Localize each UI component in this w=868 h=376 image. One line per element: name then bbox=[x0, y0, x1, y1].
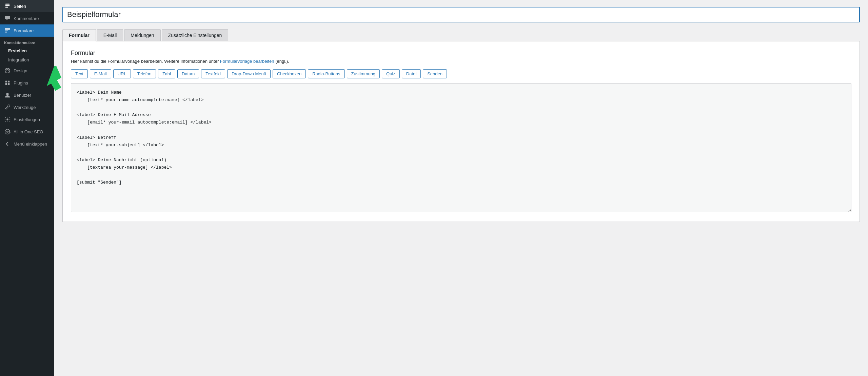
tag-button-textfeld[interactable]: Textfeld bbox=[201, 69, 225, 78]
tag-button-zahl[interactable]: Zahl bbox=[158, 69, 175, 78]
tab-email[interactable]: E-Mail bbox=[97, 29, 123, 41]
sidebar-item-formulare[interactable]: Formulare bbox=[0, 24, 54, 37]
svg-rect-5 bbox=[5, 31, 8, 31]
svg-point-12 bbox=[6, 93, 8, 95]
page-title-input[interactable] bbox=[62, 7, 860, 22]
tag-button-datum[interactable]: Datum bbox=[177, 69, 199, 78]
seo-icon: SEO bbox=[4, 128, 11, 135]
sidebar-item-werkzeuge[interactable]: Werkzeuge bbox=[0, 101, 54, 113]
sidebar-item-design[interactable]: Design bbox=[0, 64, 54, 77]
sidebar-label-formulare: Formulare bbox=[14, 28, 34, 33]
sidebar-label-plugins: Plugins bbox=[14, 80, 28, 86]
svg-rect-1 bbox=[5, 5, 10, 6]
tag-button-senden[interactable]: Senden bbox=[423, 69, 447, 78]
tag-button-telefon[interactable]: Telefon bbox=[133, 69, 156, 78]
svg-rect-8 bbox=[5, 81, 7, 82]
code-editor[interactable] bbox=[71, 83, 851, 212]
svg-point-13 bbox=[6, 118, 8, 120]
sidebar-item-allinoneseo[interactable]: SEO All in One SEO bbox=[0, 126, 54, 138]
sidebar: Seiten Kommentare Formulare Kontaktformu… bbox=[0, 0, 54, 376]
tag-button-radio-buttons[interactable]: Radio-Buttons bbox=[308, 69, 344, 78]
tag-button-quiz[interactable]: Quiz bbox=[382, 69, 400, 78]
settings-icon bbox=[4, 116, 11, 123]
tag-button-drop-down-men-[interactable]: Drop-Down Menü bbox=[227, 69, 271, 78]
sidebar-sub-erstellen[interactable]: Erstellen bbox=[0, 46, 54, 55]
tab-formular[interactable]: Formular bbox=[62, 29, 96, 41]
form-panel-description: Hier kannst du die Formularvorlage bearb… bbox=[71, 59, 851, 64]
svg-rect-3 bbox=[5, 28, 10, 29]
tag-button-url[interactable]: URL bbox=[113, 69, 131, 78]
form-desc-link[interactable]: Formularvorlage bearbeiten bbox=[220, 59, 274, 64]
design-icon bbox=[4, 67, 11, 74]
tag-button-datei[interactable]: Datei bbox=[402, 69, 421, 78]
comments-icon bbox=[4, 15, 11, 22]
pages-icon bbox=[4, 3, 11, 10]
tab-meldungen[interactable]: Meldungen bbox=[124, 29, 160, 41]
svg-rect-2 bbox=[5, 7, 8, 8]
tag-button-e-mail[interactable]: E-Mail bbox=[90, 69, 111, 78]
sidebar-label-menue: Menü einklappen bbox=[14, 142, 47, 147]
form-panel-title: Formular bbox=[71, 50, 851, 57]
svg-rect-9 bbox=[8, 81, 9, 82]
tools-icon bbox=[4, 104, 11, 111]
tabs-row: Formular E-Mail Meldungen Zusätzliche Ei… bbox=[62, 29, 860, 41]
plugins-icon bbox=[4, 79, 11, 86]
forms-icon bbox=[4, 27, 11, 34]
form-desc-suffix: (engl.). bbox=[274, 59, 289, 64]
tab-zusaetzlich[interactable]: Zusätzliche Einstellungen bbox=[162, 29, 229, 41]
user-icon bbox=[4, 92, 11, 98]
form-desc-prefix: Hier kannst du die Formularvorlage bearb… bbox=[71, 59, 220, 64]
tag-button-checkboxen[interactable]: Checkboxen bbox=[273, 69, 306, 78]
sidebar-section-kontakt: Kontaktformulare bbox=[0, 37, 54, 46]
sidebar-label-benutzer: Benutzer bbox=[14, 93, 31, 98]
sidebar-sub-integration[interactable]: Integration bbox=[0, 55, 54, 64]
main-content: Formular E-Mail Meldungen Zusätzliche Ei… bbox=[54, 0, 868, 376]
sidebar-label-design: Design bbox=[14, 68, 27, 73]
collapse-icon bbox=[4, 140, 11, 147]
sidebar-item-plugins[interactable]: Plugins bbox=[0, 77, 54, 89]
sidebar-label-allinoneseo: All in One SEO bbox=[14, 129, 43, 134]
svg-text:SEO: SEO bbox=[6, 131, 11, 133]
sidebar-label-seiten: Seiten bbox=[14, 4, 26, 9]
tag-button-zustimmung[interactable]: Zustimmung bbox=[347, 69, 380, 78]
sidebar-item-menue[interactable]: Menü einklappen bbox=[0, 138, 54, 150]
sidebar-label-werkzeuge: Werkzeuge bbox=[14, 105, 36, 110]
sidebar-item-einstellungen[interactable]: Einstellungen bbox=[0, 113, 54, 126]
svg-rect-4 bbox=[5, 29, 10, 30]
tag-buttons-row: TextE-MailURLTelefonZahlDatumTextfeldDro… bbox=[71, 69, 851, 78]
tag-button-text[interactable]: Text bbox=[71, 69, 88, 78]
svg-rect-0 bbox=[5, 4, 10, 5]
sidebar-item-kommentare[interactable]: Kommentare bbox=[0, 12, 54, 24]
sidebar-item-seiten[interactable]: Seiten bbox=[0, 0, 54, 12]
sidebar-label-einstellungen: Einstellungen bbox=[14, 117, 40, 122]
sidebar-label-kommentare: Kommentare bbox=[14, 16, 39, 21]
svg-point-7 bbox=[5, 68, 10, 73]
form-panel: Formular Hier kannst du die Formularvorl… bbox=[62, 41, 860, 222]
svg-rect-10 bbox=[5, 83, 7, 85]
sidebar-item-benutzer[interactable]: Benutzer bbox=[0, 89, 54, 101]
svg-rect-6 bbox=[5, 32, 7, 33]
svg-rect-11 bbox=[8, 83, 9, 85]
